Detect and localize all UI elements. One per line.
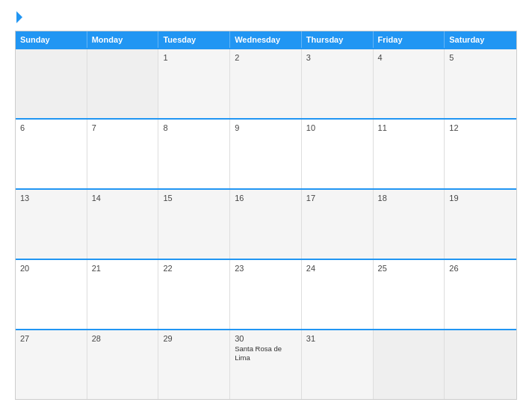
calendar-cell: 16 (230, 190, 302, 259)
day-number: 25 (378, 264, 440, 273)
calendar: SundayMondayTuesdayWednesdayThursdayFrid… (15, 31, 517, 400)
calendar-cell: 1 (158, 49, 230, 118)
calendar-header-day: Wednesday (230, 31, 302, 48)
day-number: 17 (306, 194, 368, 203)
day-number: 30 (235, 334, 297, 343)
day-number: 8 (163, 123, 225, 132)
day-number: 24 (306, 264, 368, 273)
calendar-cell: 3 (302, 49, 374, 118)
calendar-cell: 22 (158, 260, 230, 329)
calendar-cell: 30Santa Rosa de Lima (230, 330, 302, 399)
day-number: 12 (449, 123, 512, 132)
calendar-cell: 27 (16, 330, 87, 399)
calendar-week-row: 13141516171819 (16, 188, 516, 259)
calendar-header-day: Saturday (445, 31, 516, 48)
day-number: 26 (449, 264, 512, 273)
calendar-cell: 14 (87, 190, 159, 259)
calendar-header: SundayMondayTuesdayWednesdayThursdayFrid… (16, 31, 516, 48)
calendar-cell (87, 49, 159, 118)
calendar-cell: 29 (158, 330, 230, 399)
day-number: 21 (92, 264, 154, 273)
day-number: 28 (92, 334, 154, 343)
calendar-cell: 26 (445, 260, 516, 329)
calendar-header-day: Sunday (16, 31, 87, 48)
day-number: 14 (92, 194, 154, 203)
calendar-cell: 25 (374, 260, 445, 329)
calendar-cell: 5 (445, 49, 516, 118)
calendar-week-row: 6789101112 (16, 118, 516, 188)
day-number: 20 (20, 264, 82, 273)
calendar-header-day: Tuesday (158, 31, 230, 48)
calendar-week-row: 27282930Santa Rosa de Lima31 (16, 329, 516, 399)
calendar-cell: 15 (158, 190, 230, 259)
calendar-header-day: Friday (374, 31, 445, 48)
day-number: 15 (163, 194, 225, 203)
day-number: 5 (449, 53, 512, 62)
calendar-header-day: Monday (87, 31, 159, 48)
calendar-cell: 8 (158, 120, 230, 188)
day-number: 19 (449, 194, 512, 203)
calendar-cell: 21 (87, 260, 159, 329)
calendar-cell: 24 (302, 260, 374, 329)
calendar-cell: 11 (374, 120, 445, 188)
day-number: 2 (235, 53, 297, 62)
calendar-cell: 20 (16, 260, 87, 329)
header (15, 11, 517, 23)
day-number: 3 (306, 53, 368, 62)
day-number: 10 (306, 123, 368, 132)
calendar-cell: 23 (230, 260, 302, 329)
logo (15, 11, 22, 23)
calendar-cell: 28 (87, 330, 159, 399)
day-number: 16 (235, 194, 297, 203)
calendar-cell: 2 (230, 49, 302, 118)
day-number: 18 (378, 194, 440, 203)
day-number: 4 (378, 53, 440, 62)
day-number: 9 (235, 123, 297, 132)
day-number: 11 (378, 123, 440, 132)
day-number: 31 (306, 334, 368, 343)
day-number: 1 (163, 53, 225, 62)
day-number: 7 (92, 123, 154, 132)
day-number: 13 (20, 194, 82, 203)
day-number: 23 (235, 264, 297, 273)
calendar-cell: 10 (302, 120, 374, 188)
calendar-cell: 31 (302, 330, 374, 399)
day-number: 6 (20, 123, 82, 132)
calendar-cell: 19 (445, 190, 516, 259)
day-number: 29 (163, 334, 225, 343)
calendar-week-row: 20212223242526 (16, 259, 516, 329)
calendar-body: 1234567891011121314151617181920212223242… (16, 48, 516, 399)
day-number: 27 (20, 334, 82, 343)
calendar-cell: 18 (374, 190, 445, 259)
calendar-cell: 9 (230, 120, 302, 188)
calendar-cell (16, 49, 87, 118)
calendar-week-row: 12345 (16, 48, 516, 118)
day-number: 22 (163, 264, 225, 273)
calendar-cell: 4 (374, 49, 445, 118)
calendar-cell: 17 (302, 190, 374, 259)
page: SundayMondayTuesdayWednesdayThursdayFrid… (0, 0, 532, 411)
calendar-cell: 7 (87, 120, 159, 188)
calendar-cell: 13 (16, 190, 87, 259)
calendar-cell (374, 330, 445, 399)
logo-triangle-icon (16, 11, 22, 23)
calendar-cell: 6 (16, 120, 87, 188)
calendar-event: Santa Rosa de Lima (235, 344, 297, 363)
calendar-header-day: Thursday (302, 31, 374, 48)
calendar-cell: 12 (445, 120, 516, 188)
calendar-cell (445, 330, 516, 399)
